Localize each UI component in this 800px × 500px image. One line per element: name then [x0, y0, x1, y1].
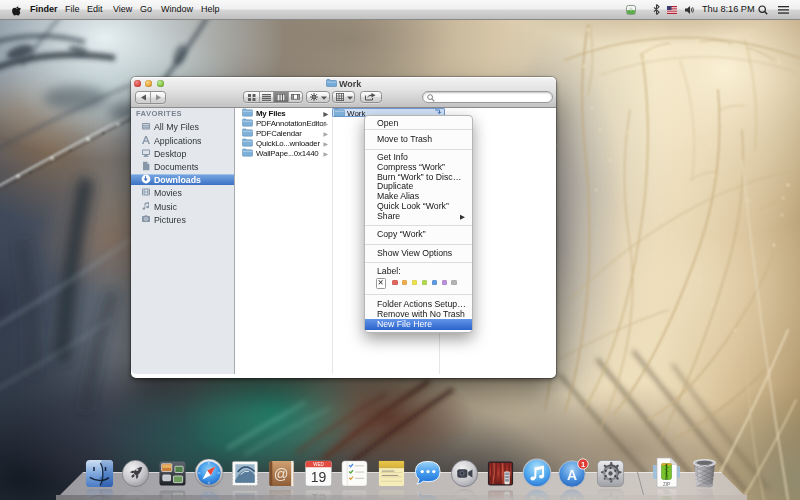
svg-text:A: A: [567, 467, 577, 483]
svg-text:A: A: [567, 494, 577, 500]
svg-text:@: @: [274, 494, 289, 500]
svg-text:ZIP: ZIP: [662, 482, 669, 487]
svg-text:@: @: [274, 466, 289, 482]
svg-text:ZIP: ZIP: [662, 489, 669, 494]
svg-text:19: 19: [310, 491, 326, 500]
svg-text:1: 1: [581, 460, 585, 469]
svg-text:19: 19: [310, 469, 326, 485]
svg-text:WED: WED: [313, 462, 323, 467]
